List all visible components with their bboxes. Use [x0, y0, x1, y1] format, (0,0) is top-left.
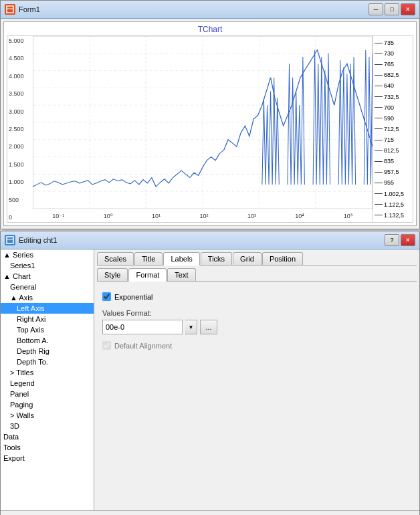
values-format-label: Values Format: [102, 309, 411, 317]
exponential-label[interactable]: Exponential [114, 293, 153, 301]
subtab-format[interactable]: Format [128, 268, 167, 282]
main-tab-row: Scales Title Labels Ticks Grid Position [97, 252, 417, 266]
tree-item-tools[interactable]: Tools [1, 442, 94, 453]
editing-close-btn[interactable]: ✕ [401, 234, 415, 246]
legend-line [375, 140, 383, 140]
tree-item-walls[interactable]: > Walls [1, 410, 94, 421]
default-alignment-checkbox[interactable] [102, 341, 111, 350]
tree-item-axis[interactable]: ▲ Axis [1, 292, 94, 303]
chart-inner: 5.000 4.500 4.000 3.500 3.000 2.500 2.00… [7, 35, 413, 223]
form1-controls: ─ □ ✕ [369, 3, 415, 15]
legend-line [375, 193, 383, 194]
exponential-row: Exponential [102, 292, 411, 301]
tab-position[interactable]: Position [262, 252, 303, 265]
legend-line [375, 183, 383, 183]
bottom-bar: Help... Close [1, 510, 419, 515]
tree-item-data[interactable]: Data [1, 431, 94, 442]
values-format-dropdown-btn[interactable]: ▼ [185, 320, 197, 334]
tree-item-chart[interactable]: ▲ Chart [1, 271, 94, 282]
tree-item-top-axis[interactable]: Top Axis [1, 324, 94, 335]
legend-item: 730 [375, 50, 411, 57]
legend-item: 715 [375, 136, 411, 143]
tree-item-depth-top[interactable]: Depth To. [1, 356, 94, 367]
legend-item: 1.122,5 [375, 201, 411, 208]
legend-item: 732,5 [375, 94, 411, 100]
svg-rect-19 [7, 237, 13, 243]
content-area: Exponential Values Format: ▼ ... Default… [97, 287, 417, 508]
legend-line [375, 150, 383, 151]
svg-rect-0 [7, 6, 13, 13]
tab-ticks[interactable]: Ticks [201, 252, 232, 265]
editing-body: ▲ Series Series1 ▲ Chart General ▲ Axis … [1, 249, 419, 510]
legend-line [375, 43, 383, 43]
right-panel: Scales Title Labels Ticks Grid Position … [94, 249, 419, 510]
values-format-input[interactable] [102, 320, 183, 334]
legend-item: 700 [375, 104, 411, 111]
tree-item-export[interactable]: Export [1, 453, 94, 463]
legend-item: 640 [375, 82, 411, 89]
form1-restore-btn[interactable]: □ [385, 3, 399, 15]
tree-item-paging[interactable]: Paging [1, 399, 94, 410]
legend-line [375, 86, 383, 86]
legend-item: 812,5 [375, 147, 411, 154]
legend-item: 1.002,5 [375, 191, 411, 197]
form1-titlebar: Form1 ─ □ ✕ [1, 1, 419, 19]
tree-item-bottom-axis[interactable]: Bottom A. [1, 335, 94, 346]
chart-legend: 735 730 765 682,5 640 732,5 700 590 712,… [373, 35, 413, 223]
x-axis-labels: 10⁻¹ 10⁰ 10¹ 10² 10³ 10⁴ 10⁵ [33, 210, 373, 222]
legend-line [375, 54, 383, 54]
legend-line [375, 96, 383, 97]
editing-window: Editing cht1 ? ✕ ▲ Series Series1 ▲ Char… [0, 231, 420, 515]
tab-labels[interactable]: Labels [163, 252, 199, 266]
tree-item-legend[interactable]: Legend [1, 378, 94, 389]
legend-item: 765 [375, 61, 411, 68]
tree-item-right-axis[interactable]: Right Axi [1, 314, 94, 324]
legend-item: 957,5 [375, 169, 411, 175]
form1-close-btn[interactable]: ✕ [401, 3, 415, 15]
legend-line [375, 161, 383, 162]
tree-item-titles[interactable]: > Titles [1, 367, 94, 378]
legend-line [375, 128, 383, 129]
values-format-input-row: ▼ ... [102, 320, 411, 334]
editing-help-btn[interactable]: ? [385, 234, 399, 246]
tree-panel: ▲ Series Series1 ▲ Chart General ▲ Axis … [1, 249, 94, 510]
editing-titlebar: Editing cht1 ? ✕ [1, 231, 419, 249]
legend-item: 735 [375, 39, 411, 46]
form1-icon [5, 4, 15, 15]
legend-line [375, 215, 383, 215]
chart-container: TChart 5.000 4.500 4.000 3.500 3.000 2.5… [3, 21, 417, 226]
tree-item-series1[interactable]: Series1 [1, 260, 94, 271]
form1-minimize-btn[interactable]: ─ [369, 3, 383, 15]
subtab-style[interactable]: Style [97, 268, 128, 281]
default-alignment-row: Default Alignment [102, 341, 411, 350]
legend-line [375, 75, 383, 76]
subtab-text[interactable]: Text [167, 268, 195, 281]
legend-line [375, 118, 383, 118]
y-axis-labels: 5.000 4.500 4.000 3.500 3.000 2.500 2.00… [7, 36, 33, 222]
tree-item-3d[interactable]: 3D [1, 421, 94, 431]
subtab-row: Style Format Text [97, 268, 417, 282]
tab-grid[interactable]: Grid [233, 252, 261, 265]
chart-svg [33, 36, 373, 209]
tree-item-general[interactable]: General [1, 282, 94, 292]
editing-icon [5, 235, 15, 245]
legend-line [375, 64, 383, 65]
values-format-ellipsis-btn[interactable]: ... [200, 320, 217, 334]
exponential-checkbox[interactable] [102, 292, 111, 301]
editing-titlebar-left: Editing cht1 [5, 235, 57, 245]
legend-item: 712,5 [375, 126, 411, 132]
editing-controls: ? ✕ [385, 234, 415, 246]
tree-item-depth-right[interactable]: Depth Rig [1, 346, 94, 356]
tab-scales[interactable]: Scales [97, 252, 134, 265]
tab-title[interactable]: Title [134, 252, 163, 265]
legend-item: 590 [375, 115, 411, 122]
tree-item-left-axis[interactable]: Left Axis [1, 303, 94, 314]
chart-title: TChart [7, 25, 413, 34]
tree-item-panel[interactable]: Panel [1, 389, 94, 399]
tree-item-series[interactable]: ▲ Series [1, 249, 94, 260]
default-alignment-label: Default Alignment [114, 342, 172, 350]
legend-item: 835 [375, 158, 411, 165]
chart-plot [33, 36, 373, 209]
chart-area: 5.000 4.500 4.000 3.500 3.000 2.500 2.00… [7, 35, 373, 223]
values-format-row: Values Format: ▼ ... [102, 309, 411, 334]
